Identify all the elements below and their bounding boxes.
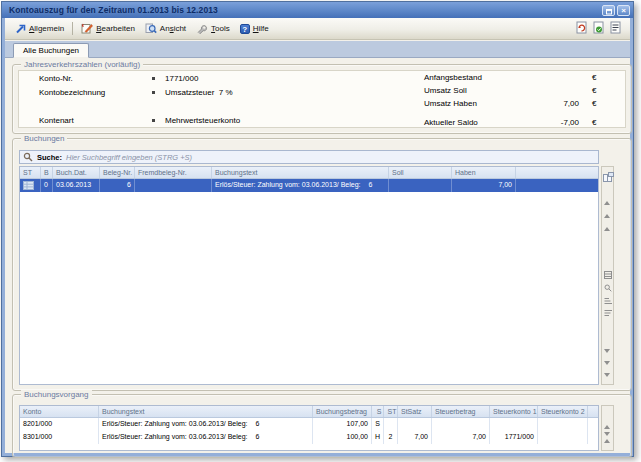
column-header-fremdbelegnr[interactable]: Fremdbeleg-Nr. [135,167,212,178]
tab-alle-buchungen[interactable]: Alle Buchungen [13,43,89,58]
column-header-s[interactable]: S [372,406,384,417]
buchungen-grid: ST B Buch.Dat. Beleg-Nr. Fremdbeleg-Nr. … [19,166,599,385]
menu-bearbeiten-label: Bearbeiten [96,24,135,33]
column-header-st[interactable]: ST [20,167,41,178]
jahresverkehrszahlen-panel: Konto-Nr. 1771/000 Kontobezeichnung Umsa… [18,70,626,128]
row-down-button[interactable] [604,436,612,444]
column-header-buchungstext[interactable]: Buchungstext [212,167,389,178]
currency-symbol: € [592,73,596,82]
zoom-button[interactable] [604,278,612,286]
menu-hilfe[interactable]: ? Hilfe [235,22,274,36]
grid-cell-icon [23,181,34,190]
app-window: Kontoauszug für den Zeitraum 01.2013 bis… [1,1,634,457]
approve-document-button[interactable] [593,21,604,36]
cell-steuerkonto1: 1771/000 [490,431,538,444]
report-document-icon [610,21,621,34]
column-header-buchdat[interactable]: Buch.Dat. [53,167,100,178]
aktueller-saldo-label: Aktueller Saldo [424,118,478,127]
magnifier-page-icon [145,23,157,34]
go-last-button[interactable] [604,377,612,385]
close-button[interactable]: × [617,5,630,16]
column-header-konto[interactable]: Konto [20,406,99,417]
column-header-buchungsbetrag[interactable]: Buchungsbetrag [313,406,372,417]
currency-symbol: € [592,118,596,127]
column-header-st[interactable]: ST [384,406,398,417]
restore-button[interactable] [602,5,615,16]
column-chooser-icon [603,172,614,182]
column-header-filler [516,167,598,178]
cell-stsatz: 7,00 [398,431,432,444]
page-down-button[interactable] [604,365,612,373]
column-header-belegnr[interactable]: Beleg-Nr. [100,167,135,178]
column-header-steuerbetrag[interactable]: Steuerbetrag [432,406,490,417]
window-body: Allgemein Bearbeiten Ansicht [5,18,630,453]
buchungsvorgang-grid: Konto Buchungstext Buchungsbetrag S ST S… [19,405,599,451]
sort-desc-button[interactable] [604,303,612,311]
posting-row[interactable]: 8301/000 Erlös/Steuer: Zahlung vom: 03.0… [20,431,598,444]
kontobezeichnung-value: Umsatzsteuer 7 % [165,88,233,97]
booking-row-selected[interactable]: 0 03.06.2013 6 Erlös/Steuer: Zahlung vom… [20,179,598,192]
page-up-button[interactable] [604,197,612,205]
menu-tools-label: Tools [211,24,230,33]
group-buchungsvorgang-title: Buchungsvorgang [21,390,92,399]
report-document-button[interactable] [610,21,621,36]
grid-side-toolbar [601,166,614,385]
column-header-steuerkonto2[interactable]: Steuerkonto 2 [538,406,588,417]
cell-steuerkonto1 [490,418,538,431]
sort-asc-button[interactable] [604,291,612,299]
posting-row[interactable]: 8201/000 Erlös/Steuer: Zahlung vom: 03.0… [20,418,598,431]
column-header-buchungstext[interactable]: Buchungstext [99,406,313,417]
titlebar[interactable]: Kontoauszug für den Zeitraum 01.2013 bis… [2,2,633,18]
cell-st: 2 [384,431,398,444]
currency-symbol: € [592,86,596,95]
column-header-soll[interactable]: Soll [389,167,452,178]
cell-buchungstext: Erlös/Steuer: Zahlung vom: 03.06.2013/ B… [212,179,389,192]
menu-allgemein[interactable]: Allgemein [10,22,69,36]
cell-buchungsbetrag: 107,00 [313,418,372,431]
menu-tools[interactable]: Tools [191,21,235,36]
cell-steuerbetrag [432,418,490,431]
sort-desc-icon [604,309,612,317]
column-header-steuerkonto1[interactable]: Steuerkonto 1 [490,406,538,417]
currency-symbol: € [592,99,596,108]
group-buchungen: Buchungen Suche: Hier Suchbegriff eingeb… [12,138,632,391]
row-down-button[interactable] [604,353,612,361]
go-first-button[interactable] [604,184,612,192]
cell-steuerkonto2 [538,431,588,444]
cell-steuerbetrag: 7,00 [432,431,490,444]
konto-nr-value: 1771/000 [165,74,198,83]
row-up-button[interactable] [604,422,612,430]
buchungsvorgang-grid-header: Konto Buchungstext Buchungsbetrag S ST S… [20,406,598,418]
konto-nr-label: Konto-Nr. [39,74,73,83]
row-up-button[interactable] [604,210,612,218]
edit-page-icon [81,23,93,34]
cell-haben: 7,00 [452,179,516,192]
buchungen-grid-header: ST B Buch.Dat. Beleg-Nr. Fremdbeleg-Nr. … [20,167,598,179]
go-first-button[interactable] [604,408,612,416]
refresh-document-icon [576,21,587,34]
cell-stsatz [398,418,432,431]
column-header-b[interactable]: B [41,167,53,178]
column-header-stsatz[interactable]: StSatz [398,406,432,417]
search-placeholder: Hier Suchbegriff eingeben (STRG +S) [66,153,192,162]
menubar: Allgemein Bearbeiten Ansicht [5,18,630,40]
question-badge-icon: ? [240,24,250,34]
arrow-up-right-icon [15,24,26,34]
list-view-button[interactable] [604,265,612,273]
window-title: Kontoauszug für den Zeitraum 01.2013 bis… [9,5,600,15]
row-marker-cell [20,179,41,192]
anfangsbestand-label: Anfangsbestand [424,73,482,82]
cell-fremdbelegnr [135,179,212,192]
column-header-haben[interactable]: Haben [452,167,516,178]
group-buchungen-title: Buchungen [21,134,67,143]
search-input[interactable]: Suche: Hier Suchbegriff eingeben (STRG +… [19,150,599,164]
menu-ansicht[interactable]: Ansicht [140,21,191,36]
menu-bearbeiten[interactable]: Bearbeiten [76,21,140,36]
cell-filler [588,431,598,444]
cell-s: S [372,418,384,431]
refresh-document-button[interactable] [576,21,587,36]
cell-buchdat: 03.06.2013 [53,179,100,192]
bullet-icon [152,119,155,122]
cell-buchungstext: Erlös/Steuer: Zahlung vom: 03.06.2013/ B… [99,418,313,431]
column-header-filler [588,406,598,417]
